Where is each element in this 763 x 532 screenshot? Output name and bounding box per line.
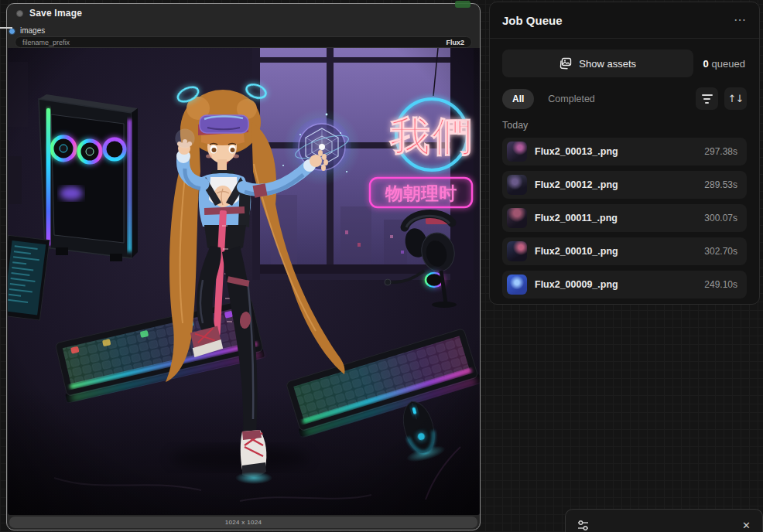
save-image-node[interactable]: Save Image images filename_prefix Flux2	[6, 3, 481, 530]
job-row[interactable]: Flux2_00013_.png 297.38s	[502, 138, 747, 165]
job-row[interactable]: Flux2_00011_.png 300.07s	[502, 204, 747, 232]
filter-button[interactable]	[696, 87, 718, 110]
job-thumbnail	[507, 175, 527, 195]
filter-lines-icon	[702, 94, 713, 104]
job-row[interactable]: Flux2_00009_.png 249.10s	[502, 271, 747, 298]
job-queue-panel: Job Queue ⋯ Show assets 0queued All Comp…	[489, 2, 760, 305]
comfyui-canvas[interactable]: { "node": { "title": "Save Image", "inpu…	[0, 0, 763, 532]
job-thumbnail	[507, 275, 527, 295]
more-options-icon[interactable]: ⋯	[734, 16, 747, 24]
settings-toast: ✕	[565, 509, 763, 532]
collapse-dot[interactable]	[16, 10, 23, 17]
tab-all[interactable]: All	[502, 89, 534, 109]
job-row[interactable]: Flux2_00010_.png 302.70s	[502, 237, 747, 265]
job-thumbnail	[507, 241, 527, 261]
tab-completed[interactable]: Completed	[548, 94, 594, 104]
filename-prefix-widget[interactable]: filename_prefix Flux2	[15, 36, 472, 48]
queued-status: 0queued	[703, 58, 747, 70]
sort-button[interactable]: ↑↓	[724, 87, 747, 110]
job-thumbnail	[507, 142, 527, 162]
node-title: Save Image	[29, 8, 82, 19]
show-assets-button[interactable]: Show assets	[502, 49, 693, 77]
image-resolution-caption: 1024 x 1024	[9, 517, 477, 528]
sort-arrows-icon: ↑↓	[728, 93, 744, 104]
generated-image: 我們 物朝理时	[8, 48, 480, 515]
node-header[interactable]: Save Image	[7, 4, 480, 22]
assets-image-icon	[559, 57, 572, 70]
job-queue-title: Job Queue	[502, 14, 563, 27]
queued-count: 0	[703, 58, 708, 70]
job-row[interactable]: Flux2_00012_.png 289.53s	[502, 171, 747, 199]
show-assets-label: Show assets	[579, 58, 636, 70]
close-icon[interactable]: ✕	[742, 520, 751, 531]
job-thumbnail	[507, 208, 527, 228]
queued-label: queued	[712, 58, 745, 70]
job-queue-header: Job Queue ⋯	[490, 2, 759, 39]
input-link-wire	[0, 27, 12, 29]
jobs-group-label: Today	[502, 120, 747, 131]
images-input-label: images	[20, 26, 45, 35]
sliders-icon[interactable]	[577, 520, 589, 531]
generated-image-preview[interactable]: 我們 物朝理时	[8, 48, 480, 515]
images-input-slot[interactable]	[9, 28, 15, 35]
